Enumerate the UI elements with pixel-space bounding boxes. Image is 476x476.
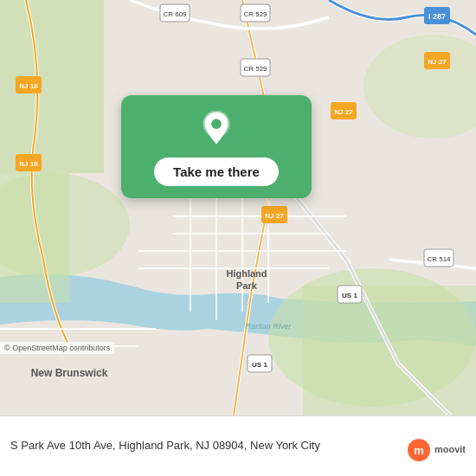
svg-text:CR 514: CR 514 <box>427 255 451 263</box>
take-me-there-button[interactable]: Take me there <box>154 158 279 186</box>
svg-text:NJ 27: NJ 27 <box>334 108 353 116</box>
location-pin-icon <box>198 111 235 147</box>
location-card: Take me there <box>121 95 312 198</box>
address-text: S Park Ave 10th Ave, Highland Park, NJ 0… <box>10 438 320 453</box>
svg-text:CR 529: CR 529 <box>243 65 267 73</box>
svg-text:NJ 27: NJ 27 <box>265 212 284 220</box>
moovit-logo: m moovit <box>407 438 466 462</box>
svg-text:Raritan River: Raritan River <box>246 322 293 331</box>
svg-text:m: m <box>414 444 424 457</box>
svg-text:I 287: I 287 <box>428 12 446 21</box>
svg-text:US 1: US 1 <box>342 292 357 299</box>
svg-point-47 <box>211 119 222 129</box>
svg-text:New Brunswick: New Brunswick <box>31 367 108 379</box>
svg-text:NJ 18: NJ 18 <box>19 160 38 168</box>
svg-text:CR 609: CR 609 <box>163 10 187 18</box>
bottom-bar: S Park Ave 10th Ave, Highland Park, NJ 0… <box>0 415 476 476</box>
svg-text:Park: Park <box>236 280 258 291</box>
moovit-icon: m <box>407 438 431 462</box>
svg-text:US 1: US 1 <box>252 361 267 369</box>
svg-text:CR 529: CR 529 <box>243 10 267 18</box>
map-container: I 287 NJ 27 NJ 27 NJ 18 NJ 18 US 1 US 1 … <box>0 0 476 415</box>
osm-attribution: © OpenStreetMap contributors <box>0 342 114 354</box>
moovit-label: moovit <box>434 444 466 455</box>
svg-text:NJ 27: NJ 27 <box>428 58 447 66</box>
svg-text:NJ 18: NJ 18 <box>19 82 38 90</box>
svg-text:Highland: Highland <box>226 268 267 279</box>
